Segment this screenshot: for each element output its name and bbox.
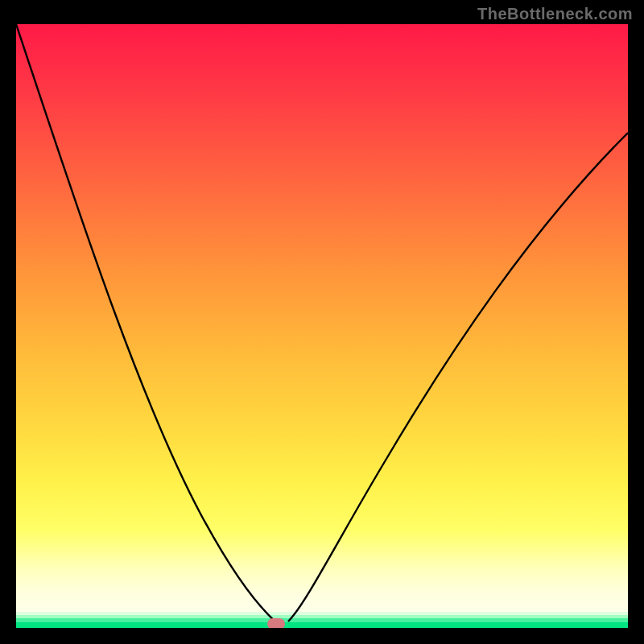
curve-left-path: [16, 24, 275, 621]
chart-frame: TheBottleneck.com: [0, 0, 644, 644]
bottleneck-curve: [16, 24, 628, 628]
plot-area: [16, 24, 628, 628]
curve-right-path: [288, 133, 628, 621]
watermark-text: TheBottleneck.com: [477, 5, 633, 23]
optimum-marker: [267, 618, 285, 628]
